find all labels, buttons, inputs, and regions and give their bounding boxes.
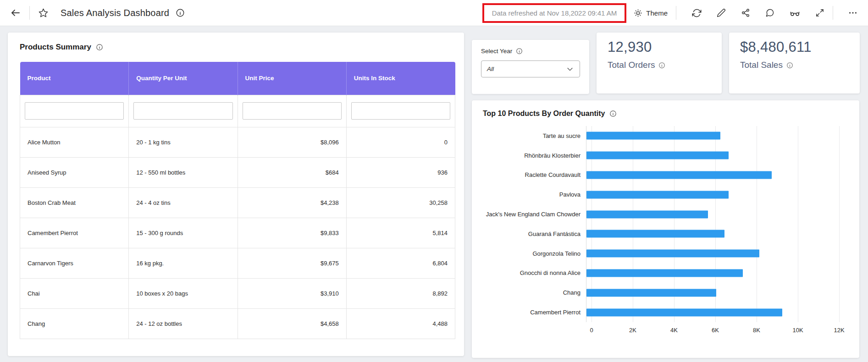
bar[interactable] (586, 191, 729, 198)
comment-icon[interactable] (765, 8, 774, 17)
units-in-stock-cell: 30,258 (346, 187, 455, 218)
column-header[interactable]: Unit Price (238, 62, 346, 95)
filter-cell (129, 95, 238, 127)
product-cell: Boston Crab Meat (20, 187, 129, 218)
preview-glasses-icon[interactable] (790, 8, 800, 18)
chart-row: Raclette Courdavault (483, 165, 848, 185)
bar[interactable] (586, 230, 724, 238)
select-year-label: Select Year (481, 48, 512, 55)
unit-price-cell: $9,833 (238, 218, 346, 248)
table-row: Boston Crab Meat24 - 4 oz tins$4,23830,2… (20, 187, 455, 218)
column-header[interactable]: Quantity Per Unit (129, 62, 238, 95)
dashboard-body: Products Summary ProductQuantity Per Uni… (0, 26, 868, 358)
category-label: Tarte au sucre (483, 132, 586, 139)
bar-track (586, 224, 834, 244)
bar[interactable] (586, 269, 743, 277)
chart-row: Gnocchi di nonna Alice (483, 263, 848, 283)
column-filter-input[interactable] (243, 102, 342, 120)
theme-label: Theme (646, 9, 668, 17)
bar-track (586, 263, 834, 283)
chart-row: Tarte au sucre (483, 126, 848, 146)
column-filter-input[interactable] (133, 102, 232, 120)
quantity-per-unit-cell: 24 - 12 oz bottles (129, 308, 238, 339)
units-in-stock-cell: 4,488 (346, 308, 455, 339)
table-row: Camembert Pierrot15 - 300 g rounds$9,833… (20, 218, 455, 248)
total-orders-info-icon[interactable] (658, 62, 665, 69)
unit-price-cell: $4,238 (238, 187, 346, 218)
chart-row: Gorgonzola Telino (483, 244, 848, 263)
total-sales-value: $8,480,611 (740, 39, 849, 55)
table-row: Carnarvon Tigers16 kg pkg.$9,6756,804 (20, 248, 455, 278)
table-filter-row (20, 95, 455, 127)
select-year-dropdown[interactable]: All (481, 60, 580, 77)
total-orders-label: Total Orders (608, 60, 655, 70)
category-label: Rhönbräu Klosterbier (483, 152, 586, 159)
category-label: Chang (483, 289, 586, 296)
x-axis: 02K4K6K8K10K12K (592, 325, 839, 337)
table-body: Alice Mutton20 - 1 kg tins$8,0960Aniseed… (20, 127, 455, 339)
topbar: Sales Analysis Dashboard Data refreshed … (0, 0, 868, 26)
products-table: ProductQuantity Per UnitUnit PriceUnits … (20, 62, 455, 339)
topbar-divider (833, 6, 833, 20)
chart-rows: Tarte au sucreRhönbräu KlosterbierRaclet… (483, 126, 848, 322)
total-sales-info-icon[interactable] (786, 62, 793, 69)
bar-track (586, 185, 834, 204)
column-header[interactable]: Product (20, 62, 129, 95)
chart-row: Guaraná Fantástica (483, 224, 848, 244)
x-axis-tick: 0 (590, 327, 593, 334)
chart-row: Jack's New England Clam Chowder (483, 204, 848, 224)
units-in-stock-cell: 5,814 (346, 218, 455, 248)
refresh-icon[interactable] (692, 8, 702, 18)
products-summary-info-icon[interactable] (96, 44, 103, 51)
more-ellipsis-icon[interactable] (848, 8, 858, 18)
column-filter-input[interactable] (25, 102, 124, 120)
chart-info-icon[interactable] (609, 110, 617, 117)
edit-pencil-icon[interactable] (717, 8, 726, 17)
bar[interactable] (586, 210, 708, 218)
dashboard-info-icon[interactable] (176, 8, 185, 17)
page-title: Sales Analysis Dashboard (61, 8, 169, 18)
chevron-down-icon (566, 65, 574, 73)
unit-price-cell: $4,658 (238, 308, 346, 339)
x-axis-tick: 8K (753, 327, 760, 334)
category-label: Gorgonzola Telino (483, 250, 586, 257)
filter-cell (238, 95, 346, 127)
bar[interactable] (586, 308, 782, 316)
bar[interactable] (586, 152, 729, 159)
table-row: Aniseed Syrup12 - 550 ml bottles$684936 (20, 157, 455, 187)
bar-track (586, 126, 834, 146)
product-cell: Chai (20, 278, 129, 308)
unit-price-cell: $9,675 (238, 248, 346, 278)
x-axis-tick: 6K (712, 327, 719, 334)
table-row: Alice Mutton20 - 1 kg tins$8,0960 (20, 127, 455, 157)
quantity-per-unit-cell: 20 - 1 kg tins (129, 127, 238, 157)
bar-track (586, 283, 834, 302)
x-axis-tick: 4K (670, 327, 678, 334)
bar[interactable] (586, 250, 759, 258)
fullscreen-expand-icon[interactable] (815, 8, 824, 17)
unit-price-cell: $3,910 (238, 278, 346, 308)
select-year-info-icon[interactable] (516, 48, 523, 55)
quantity-per-unit-cell: 10 boxes x 20 bags (129, 278, 238, 308)
table-header-row: ProductQuantity Per UnitUnit PriceUnits … (20, 62, 455, 95)
share-icon[interactable] (741, 8, 750, 17)
select-year-value: All (487, 66, 494, 72)
column-filter-input[interactable] (351, 102, 450, 120)
bar[interactable] (586, 289, 716, 296)
bar-track (586, 146, 834, 165)
topbar-divider (29, 6, 30, 20)
favorite-star-icon[interactable] (38, 8, 49, 18)
column-header[interactable]: Units In Stock (346, 62, 455, 95)
bar[interactable] (586, 132, 720, 140)
category-label: Camembert Pierrot (483, 309, 586, 316)
bar[interactable] (586, 171, 772, 179)
quantity-per-unit-cell: 12 - 550 ml bottles (129, 157, 238, 187)
chart-title: Top 10 Products By Order Quantity (483, 110, 605, 118)
table-row: Chai10 boxes x 20 bags$3,9108,892 (20, 278, 455, 308)
category-label: Jack's New England Clam Chowder (483, 211, 586, 218)
back-icon[interactable] (10, 7, 21, 18)
products-summary-title: Products Summary (20, 43, 91, 52)
theme-button[interactable]: Theme (634, 9, 668, 17)
unit-price-cell: $8,096 (238, 127, 346, 157)
total-sales-label: Total Sales (740, 60, 783, 70)
